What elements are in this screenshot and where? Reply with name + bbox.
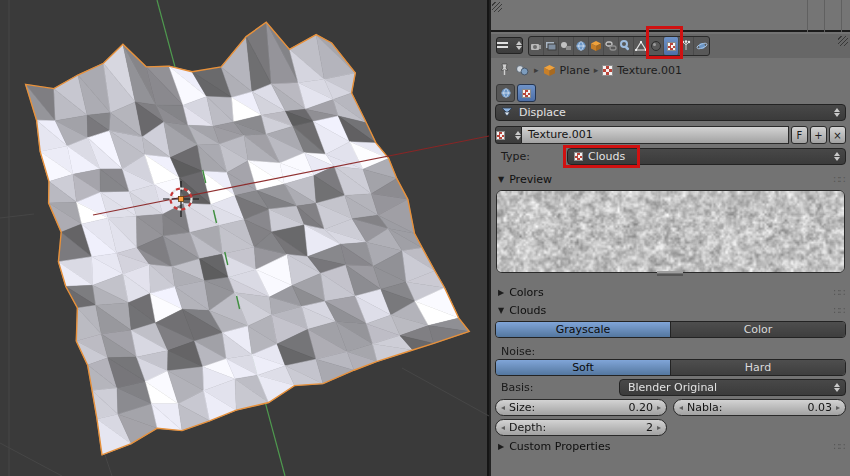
triangle-down-icon: ▼ bbox=[498, 306, 504, 315]
breadcrumb-texture-name[interactable]: Texture.001 bbox=[617, 64, 682, 77]
viewport-scene bbox=[0, 0, 489, 476]
outliner-column-divider bbox=[841, 0, 842, 32]
world-icon bbox=[500, 87, 512, 99]
texture-context-tabs bbox=[496, 84, 536, 102]
panel-header-custom-properties[interactable]: ▶ Custom Properties ∷∷ bbox=[491, 439, 850, 454]
noise-label: Noise: bbox=[501, 345, 535, 358]
chevron-updown-icon bbox=[515, 131, 521, 140]
tab-constraints[interactable] bbox=[604, 37, 619, 55]
nabla-value: 0.03 bbox=[807, 401, 836, 414]
type-label: Type: bbox=[495, 150, 567, 163]
breadcrumb-arrow-icon: ▸ bbox=[534, 65, 539, 75]
texture-preview-canvas bbox=[497, 191, 844, 272]
properties-editor: ▸ Plane ▸ Texture.001 Displace bbox=[491, 0, 850, 476]
texture-type-row: Type: Clouds bbox=[495, 148, 846, 165]
basis-row: Basis: Blender Original bbox=[495, 379, 846, 396]
tab-scene[interactable] bbox=[559, 37, 574, 55]
nabla-label: Nabla: bbox=[683, 401, 722, 414]
editor-type-button[interactable] bbox=[496, 37, 523, 54]
grayscale-option[interactable]: Grayscale bbox=[496, 322, 670, 337]
panel-drag-dots-icon[interactable]: ∷∷ bbox=[833, 287, 844, 298]
breadcrumb: ▸ Plane ▸ Texture.001 bbox=[491, 60, 850, 80]
texture-checker-icon bbox=[496, 131, 505, 140]
depth-slider[interactable]: ◂ Depth: 2 ▸ bbox=[495, 419, 667, 436]
pin-icon[interactable] bbox=[498, 63, 511, 77]
tab-render[interactable] bbox=[529, 37, 544, 55]
triangle-right-icon: ▶ bbox=[498, 442, 504, 451]
panel-title: Preview bbox=[509, 173, 552, 186]
panel-header-colors[interactable]: ▶ Colors ∷∷ bbox=[491, 285, 850, 300]
breadcrumb-object-name[interactable]: Plane bbox=[560, 64, 590, 77]
chevron-updown-icon bbox=[834, 152, 845, 161]
nabla-slider[interactable]: ◂ Nabla: 0.03 ▸ bbox=[673, 399, 846, 416]
triangle-down-icon: ▼ bbox=[498, 175, 504, 184]
panel-drag-dots-icon[interactable]: ∷∷ bbox=[833, 174, 844, 185]
depth-value: 2 bbox=[646, 421, 657, 434]
properties-editor-icon bbox=[497, 42, 508, 50]
panel-title: Custom Properties bbox=[509, 440, 610, 453]
breadcrumb-arrow-icon: ▸ bbox=[594, 65, 599, 75]
size-label: Size: bbox=[505, 401, 535, 414]
object-cube-icon bbox=[543, 64, 556, 77]
panel-drag-dots-icon[interactable]: ∷∷ bbox=[833, 305, 844, 316]
unlink-texture-button[interactable]: × bbox=[829, 126, 846, 144]
tab-physics[interactable] bbox=[694, 37, 709, 55]
size-slider[interactable]: ◂ Size: 0.20 ▸ bbox=[495, 399, 667, 416]
context-tab-world-texture[interactable] bbox=[496, 84, 515, 102]
context-tab-texture[interactable] bbox=[517, 84, 536, 102]
tab-render-layers[interactable] bbox=[544, 37, 559, 55]
texture-checker-icon bbox=[602, 65, 613, 76]
texture-slot-name: Displace bbox=[519, 106, 566, 119]
3d-viewport[interactable] bbox=[0, 0, 489, 476]
texture-browse-button[interactable] bbox=[495, 126, 522, 144]
outliner-column-divider bbox=[824, 0, 825, 32]
texture-name-field[interactable]: Texture.001 bbox=[522, 126, 789, 144]
texture-slot-icon bbox=[500, 106, 514, 119]
tab-object[interactable] bbox=[589, 37, 604, 55]
soft-hard-toggle: Soft Hard bbox=[495, 359, 846, 376]
fake-user-button[interactable]: F bbox=[791, 126, 808, 144]
basis-label: Basis: bbox=[495, 381, 619, 394]
preview-resize-handle[interactable] bbox=[657, 271, 683, 276]
soft-option[interactable]: Soft bbox=[496, 360, 670, 375]
basis-value: Blender Original bbox=[628, 381, 717, 394]
grayscale-color-toggle: Grayscale Color bbox=[495, 321, 846, 338]
arrow-right-icon[interactable]: ▸ bbox=[657, 423, 661, 432]
panel-title: Colors bbox=[509, 286, 543, 299]
outliner-column-divider bbox=[807, 0, 808, 32]
texture-slot-dropdown[interactable]: Displace bbox=[495, 104, 846, 121]
annotation-box-texture-tab bbox=[646, 26, 683, 59]
area-resize-handle-icon[interactable] bbox=[492, 2, 502, 12]
texture-datablock-row: Texture.001 F + × bbox=[495, 126, 846, 144]
panel-header-clouds[interactable]: ▼ Clouds ∷∷ bbox=[491, 303, 850, 318]
area-resize-handle-icon[interactable] bbox=[838, 36, 848, 46]
texture-checker-icon bbox=[522, 89, 531, 98]
blender-window: ▸ Plane ▸ Texture.001 Displace bbox=[0, 0, 850, 476]
color-option[interactable]: Color bbox=[670, 322, 845, 337]
chevron-updown-icon bbox=[834, 383, 845, 392]
depth-label: Depth: bbox=[505, 421, 546, 434]
tab-modifiers[interactable] bbox=[619, 37, 634, 55]
new-texture-button[interactable]: + bbox=[810, 126, 827, 144]
texture-preview bbox=[496, 190, 845, 273]
chevron-updown-icon bbox=[516, 41, 522, 50]
basis-dropdown[interactable]: Blender Original bbox=[619, 379, 846, 396]
triangle-right-icon: ▶ bbox=[498, 288, 504, 297]
panel-drag-dots-icon[interactable]: ∷∷ bbox=[833, 441, 844, 452]
browse-id-icon[interactable] bbox=[515, 64, 530, 77]
panel-title: Clouds bbox=[509, 304, 546, 317]
arrow-right-icon[interactable]: ▸ bbox=[657, 403, 661, 412]
tab-world[interactable] bbox=[574, 37, 589, 55]
panel-header-preview[interactable]: ▼ Preview ∷∷ bbox=[491, 172, 850, 187]
arrow-right-icon[interactable]: ▸ bbox=[836, 403, 840, 412]
size-value: 0.20 bbox=[628, 401, 657, 414]
annotation-box-clouds-type bbox=[563, 145, 640, 168]
hard-option[interactable]: Hard bbox=[670, 360, 845, 375]
chevron-updown-icon bbox=[834, 108, 845, 117]
